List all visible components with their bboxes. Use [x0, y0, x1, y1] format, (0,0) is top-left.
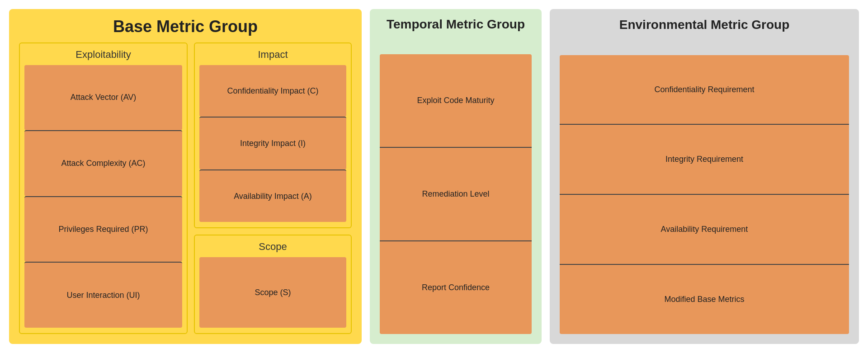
list-item: Scope (S) [199, 257, 346, 328]
list-item: Modified Base Metrics [560, 264, 849, 334]
list-item: Integrity Requirement [560, 124, 849, 194]
impact-items: Confidentiality Impact (C)Integrity Impa… [199, 65, 346, 222]
scope-items: Scope (S) [199, 257, 346, 328]
impact-scope-col: Impact Confidentiality Impact (C)Integri… [194, 42, 352, 334]
list-item: Attack Vector (AV) [24, 65, 182, 130]
main-container: Base Metric Group Exploitability Attack … [9, 9, 859, 344]
base-inner: Exploitability Attack Vector (AV)Attack … [19, 42, 352, 334]
list-item: Integrity Impact (I) [199, 117, 346, 169]
list-item: Attack Complexity (AC) [24, 130, 182, 196]
scope-box: Scope Scope (S) [194, 235, 352, 334]
env-items: Confidentiality RequirementIntegrity Req… [560, 55, 849, 334]
list-item: Confidentiality Impact (C) [199, 65, 346, 117]
environmental-metric-group-title: Environmental Metric Group [560, 17, 849, 33]
impact-box: Impact Confidentiality Impact (C)Integri… [194, 42, 352, 228]
base-metric-group-title: Base Metric Group [19, 17, 352, 36]
list-item: User Interaction (UI) [24, 262, 182, 328]
list-item: Privileges Required (PR) [24, 196, 182, 262]
list-item: Report Confidence [380, 240, 532, 334]
scope-label: Scope [199, 241, 346, 253]
base-metric-group: Base Metric Group Exploitability Attack … [9, 9, 362, 344]
list-item: Confidentiality Requirement [560, 55, 849, 124]
list-item: Availability Impact (A) [199, 169, 346, 222]
temporal-metric-group-title: Temporal Metric Group [380, 17, 532, 32]
exploitability-label: Exploitability [24, 49, 182, 61]
exploitability-items: Attack Vector (AV)Attack Complexity (AC)… [24, 65, 182, 328]
list-item: Exploit Code Maturity [380, 54, 532, 147]
list-item: Availability Requirement [560, 194, 849, 264]
list-item: Remediation Level [380, 147, 532, 240]
temporal-metric-group: Temporal Metric Group Exploit Code Matur… [370, 9, 542, 344]
impact-label: Impact [199, 49, 346, 61]
exploitability-box: Exploitability Attack Vector (AV)Attack … [19, 42, 188, 334]
temporal-items: Exploit Code MaturityRemediation LevelRe… [380, 54, 532, 334]
environmental-metric-group: Environmental Metric Group Confidentiali… [550, 9, 859, 344]
